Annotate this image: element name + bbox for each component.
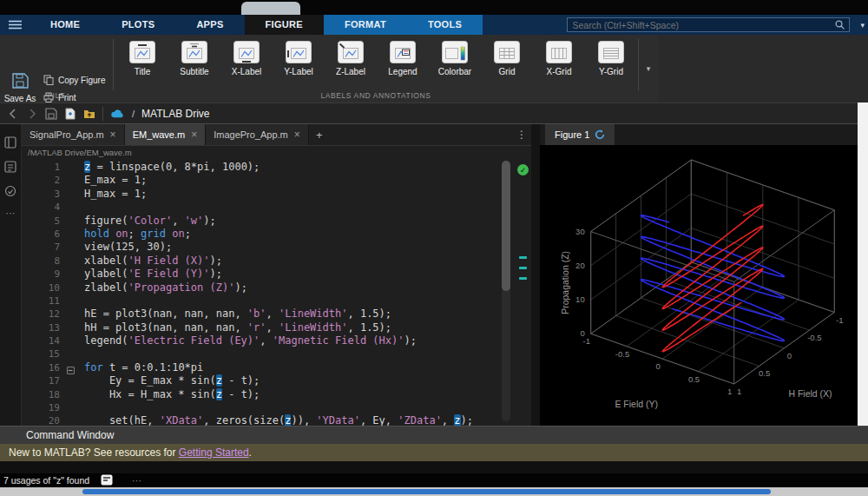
code-text: for t = 0:0.1:10*pi	[77, 361, 502, 374]
code-line[interactable]: 9ylabel('E Field (Y)');	[22, 268, 502, 281]
code-line[interactable]: 18 Hx = H_max * sin(z - t);	[22, 388, 502, 401]
busy-spinner-icon	[595, 129, 605, 140]
notification-bar: New to MATLAB? See resources for Getting…	[0, 444, 868, 461]
colorbar-icon	[442, 41, 468, 63]
menu-tab-figure[interactable]: FIGURE	[245, 15, 324, 35]
scrollbar-thumb[interactable]	[502, 161, 510, 291]
code-fold-icon[interactable]: −	[67, 367, 75, 374]
code-lines: 1z = linspace(0, 8*pi, 1000);2E_max = 1;…	[22, 161, 502, 426]
code-line[interactable]: 8xlabel('H Field (X)');	[22, 255, 502, 268]
code-line[interactable]: 2E_max = 1;	[22, 174, 502, 187]
code-line[interactable]: 12hE = plot3(nan, nan, nan, 'b', 'LineWi…	[22, 308, 502, 321]
code-line[interactable]: 5figure('Color', 'w');	[22, 215, 502, 228]
workspace-panel-icon[interactable]	[4, 185, 16, 197]
menu-tab-tools[interactable]: TOOLS	[407, 15, 483, 35]
ribbon-button-z-label[interactable]: Z-Label	[326, 39, 376, 76]
code-text: figure('Color', 'w');	[77, 215, 502, 228]
editor-tab-em-wave-m[interactable]: EM_wave.m×	[125, 124, 207, 145]
search-icon	[835, 20, 845, 30]
files-panel-icon[interactable]	[4, 136, 16, 149]
code-editor[interactable]: 1z = linspace(0, 8*pi, 1000);2E_max = 1;…	[22, 159, 531, 426]
close-icon[interactable]: ×	[294, 129, 300, 141]
upload-folder-icon[interactable]	[83, 108, 95, 120]
tab-overflow-button[interactable]: ⋮	[512, 124, 531, 145]
code-line[interactable]: 1z = linspace(0, 8*pi, 1000);	[22, 161, 502, 174]
line-number: 11	[22, 294, 63, 308]
status-message: 7 usages of "z" found	[3, 473, 89, 487]
usage-marker[interactable]	[519, 256, 527, 259]
new-tab-button[interactable]: +	[309, 124, 330, 145]
code-line[interactable]: 15	[22, 347, 502, 360]
ribbon-button-legend[interactable]: Legend	[378, 39, 428, 76]
line-number: 7	[22, 241, 63, 254]
ribbon-button-grid[interactable]: Grid	[482, 39, 532, 76]
breadcrumb-location[interactable]: MATLAB Drive	[141, 108, 209, 120]
cloud-icon	[110, 108, 125, 120]
code-line[interactable]: 10zlabel('Propagation (Z)');	[22, 281, 502, 294]
matlab-online-app: HOMEPLOTSAPPSFIGUREFORMATTOOLS ▾ Save As…	[0, 0, 868, 496]
code-line[interactable]: 17 Ey = E_max * sin(z - t);	[22, 374, 502, 387]
code-line[interactable]: 11	[22, 294, 502, 308]
ribbon-collapse-icon[interactable]: ▾	[860, 21, 865, 30]
command-window-header[interactable]: Command Window	[0, 426, 868, 444]
file-path-label: /MATLAB Drive/EM_wave.m	[22, 146, 531, 159]
code-line[interactable]: 7view(125, 30);	[22, 241, 502, 254]
code-line[interactable]: 14legend('Electric Field (Ey)', 'Magneti…	[22, 334, 502, 347]
line-number: 18	[22, 388, 63, 401]
search-box[interactable]	[567, 17, 850, 32]
ribbon-button-y-label[interactable]: Y-Label	[273, 39, 324, 76]
annotation-buttons: TitleSubtitleX-LabelY-LabelZ-LabelLegend…	[114, 35, 638, 76]
usage-marker[interactable]	[519, 277, 527, 280]
code-line[interactable]: 16−for t = 0:0.1:10*pi	[22, 361, 502, 374]
code-line[interactable]: 19	[22, 401, 502, 414]
search-input[interactable]	[572, 20, 835, 30]
ribbon-button-x-grid[interactable]: X-Grid	[534, 39, 584, 76]
close-icon[interactable]: ×	[191, 129, 197, 141]
usage-marker[interactable]	[519, 267, 527, 269]
new-script-icon[interactable]	[64, 108, 76, 120]
copy-figure-button[interactable]: Copy Figure	[43, 75, 105, 85]
getting-started-link[interactable]: Getting Started	[179, 446, 249, 459]
ribbon-button-x-label[interactable]: X-Label	[221, 39, 272, 76]
panel-resize-strip[interactable]	[858, 103, 868, 426]
ribbon-button-title[interactable]: Title	[117, 39, 168, 76]
editor-tab-signalpro-app-m[interactable]: SignalPro_App.m×	[22, 124, 125, 145]
menu-tab-format[interactable]: FORMAT	[324, 15, 407, 35]
menu-tab-home[interactable]: HOME	[30, 15, 101, 35]
outline-panel-icon[interactable]	[4, 161, 16, 173]
breadcrumb-root[interactable]: /	[132, 109, 135, 119]
bottom-scroll-thumb[interactable]	[82, 489, 771, 494]
code-line[interactable]: 4	[22, 201, 502, 214]
status-more-icon[interactable]: ⋯	[132, 473, 141, 487]
more-panels-icon[interactable]: ⋯	[0, 208, 21, 219]
editor-tab-imagepro-app-m[interactable]: ImagePro_App.m×	[206, 124, 309, 145]
code-analyzer-ok-icon[interactable]: ✓	[517, 164, 529, 175]
ribbon-button-colorbar[interactable]: Colorbar	[430, 39, 480, 76]
figure-3d-plot[interactable]: 0102030-1-0.500.51-1-0.500.51Propagation…	[540, 146, 858, 426]
back-icon[interactable]	[7, 108, 19, 120]
menu-tab-apps[interactable]: APPS	[175, 15, 244, 35]
figure-tab[interactable]: Figure 1	[545, 124, 615, 145]
svg-text:-0.5: -0.5	[615, 349, 629, 359]
close-icon[interactable]: ×	[110, 129, 116, 141]
ribbon-button-subtitle[interactable]: Subtitle	[169, 39, 220, 76]
code-text	[77, 401, 502, 414]
ribbon-button-y-grid[interactable]: Y-Grid	[586, 39, 636, 76]
code-line[interactable]: 3H_max = 1;	[22, 188, 502, 201]
code-text: set(hE, 'XData', zeros(size(z)), 'YData'…	[77, 414, 502, 426]
code-line[interactable]: 6hold on; grid on;	[22, 228, 502, 241]
y-grid-icon	[598, 41, 624, 63]
line-number: 12	[22, 308, 63, 321]
panel-toggle-icon[interactable]	[101, 474, 113, 486]
forward-icon[interactable]	[26, 108, 38, 120]
save-file-icon[interactable]	[45, 108, 57, 120]
main-menu-button[interactable]	[0, 15, 30, 35]
code-line[interactable]: 13hH = plot3(nan, nan, nan, 'r', 'LineWi…	[22, 321, 502, 334]
editor-scrollbar[interactable]	[502, 161, 510, 421]
hamburger-icon	[9, 20, 22, 30]
ribbon-overflow-button[interactable]: ▾	[639, 35, 658, 103]
z-label-icon	[338, 41, 364, 63]
pane-divider[interactable]	[531, 124, 540, 426]
menu-tab-plots[interactable]: PLOTS	[101, 15, 175, 35]
code-line[interactable]: 20 set(hE, 'XData', zeros(size(z)), 'YDa…	[22, 414, 502, 426]
